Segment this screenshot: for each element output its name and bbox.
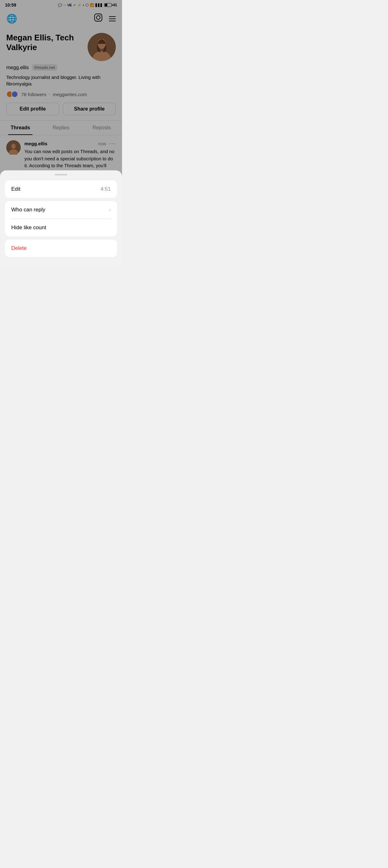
sheet-handle [55, 174, 67, 175]
delete-button[interactable]: Delete [5, 240, 117, 257]
edit-label: Edit [11, 186, 20, 192]
hide-like-count-button[interactable]: Hide like count [5, 219, 117, 237]
options-item-container: Who can reply › Hide like count [5, 201, 117, 237]
hide-like-count-label: Hide like count [11, 224, 46, 231]
edit-button[interactable]: Edit 4:51 [5, 180, 117, 198]
chevron-right-icon: › [109, 207, 111, 213]
delete-item-container: Delete [5, 240, 117, 257]
edit-item-container: Edit 4:51 [5, 180, 117, 198]
delete-label: Delete [11, 245, 27, 251]
who-can-reply-button[interactable]: Who can reply › [5, 201, 117, 219]
who-can-reply-label: Who can reply [11, 207, 45, 213]
edit-time: 4:51 [100, 186, 111, 192]
bottom-sheet: Edit 4:51 Who can reply › Hide like coun… [0, 170, 122, 265]
